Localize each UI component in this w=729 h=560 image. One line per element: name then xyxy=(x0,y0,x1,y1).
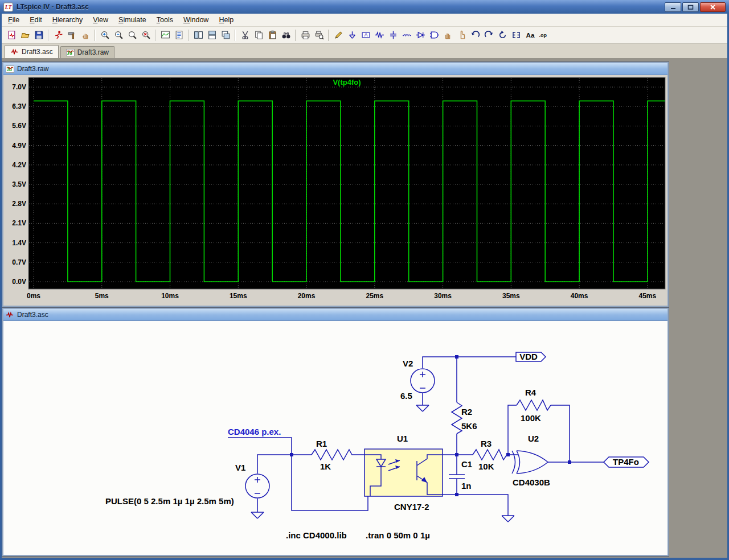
maximize-button[interactable] xyxy=(682,2,699,12)
u2-value[interactable]: CD4030B xyxy=(513,477,550,487)
waveform-window-titlebar[interactable]: Draft3.raw xyxy=(3,63,667,75)
u1-name[interactable]: U1 xyxy=(397,434,408,443)
capacitor-button[interactable] xyxy=(386,28,400,42)
menu-file[interactable]: File xyxy=(3,14,24,26)
c1-value[interactable]: 1n xyxy=(461,481,472,491)
spice-directive-tran[interactable]: .tran 0 50m 0 1µ xyxy=(366,530,430,540)
resistor-r4-symbol[interactable] xyxy=(517,400,551,410)
r2-name[interactable]: R2 xyxy=(461,407,472,417)
v2-value[interactable]: 6.5 xyxy=(400,391,412,401)
junction-dot xyxy=(568,460,571,464)
autorange-button[interactable] xyxy=(158,28,172,42)
r1-name[interactable]: R1 xyxy=(316,439,327,448)
schematic-canvas[interactable]: CD4046 p.ex. V1 PULSE(0 5 2.5m 1µ 1µ 2.5… xyxy=(3,321,667,555)
r3-name[interactable]: R3 xyxy=(481,439,492,448)
x-tick-label: 30ms xyxy=(434,292,452,300)
schematic-window-title: Draft3.asc xyxy=(17,311,48,319)
v1-value[interactable]: PULSE(0 5 2.5m 1µ 1µ 2.5m 5m) xyxy=(105,496,234,506)
wire[interactable] xyxy=(443,495,508,516)
drag-button[interactable] xyxy=(454,28,468,42)
resistor-r3-symbol[interactable] xyxy=(473,450,507,460)
waveform-plot-area[interactable]: 7.0V6.3V5.6V4.9V4.2V3.5V2.8V2.1V1.4V0.7V… xyxy=(3,75,667,306)
y-tick-label: 4.9V xyxy=(12,142,26,150)
wire[interactable] xyxy=(423,357,516,368)
zoom-full-extents-button[interactable] xyxy=(139,28,153,42)
wire[interactable] xyxy=(508,405,517,455)
zoom-out-button[interactable] xyxy=(112,28,125,42)
paste-icon xyxy=(268,30,277,40)
label-net-button[interactable]: A xyxy=(359,28,372,42)
menu-tools[interactable]: Tools xyxy=(151,14,178,26)
c1-name[interactable]: C1 xyxy=(461,459,472,469)
new-schematic-button[interactable] xyxy=(5,28,18,42)
menu-view[interactable]: View xyxy=(88,14,113,26)
rotate-button[interactable] xyxy=(495,28,509,42)
pan-button[interactable] xyxy=(79,28,92,42)
undo-button[interactable] xyxy=(468,28,482,42)
tab-draft3-raw[interactable]: Draft3.raw xyxy=(60,46,114,58)
control-panel-button[interactable] xyxy=(65,28,79,42)
zoom-previous-button[interactable] xyxy=(125,28,139,42)
optocoupler-u1-symbol[interactable] xyxy=(364,449,443,496)
menu-simulate[interactable]: Simulate xyxy=(113,14,151,26)
schematic-window-titlebar[interactable]: Draft3.asc xyxy=(3,309,667,321)
save-button[interactable] xyxy=(32,28,46,42)
r3-value[interactable]: 10K xyxy=(478,462,494,471)
resistor-r2-symbol[interactable] xyxy=(452,402,462,434)
junction-dot xyxy=(455,355,458,359)
wire[interactable] xyxy=(228,438,368,510)
ground-button[interactable] xyxy=(345,28,359,42)
component-button[interactable] xyxy=(427,28,441,42)
u1-value[interactable]: CNY17-2 xyxy=(394,502,429,512)
comment-text[interactable]: CD4046 p.ex. xyxy=(228,427,281,437)
menu-window[interactable]: Window xyxy=(178,14,214,26)
trace-name-label[interactable]: V(tp4fo) xyxy=(333,78,361,87)
capacitor-c1-symbol[interactable] xyxy=(449,475,465,479)
menu-help[interactable]: Help xyxy=(214,14,239,26)
tab-draft3-asc[interactable]: Draft3.asc xyxy=(5,45,59,58)
xor-gate-body[interactable] xyxy=(517,451,548,473)
r4-name[interactable]: R4 xyxy=(525,388,536,397)
spice-directive-button[interactable]: .op xyxy=(536,28,550,42)
diode-button[interactable] xyxy=(413,28,427,42)
cut-button[interactable] xyxy=(238,28,252,42)
minimize-button[interactable] xyxy=(665,2,681,12)
spice-netlist-button[interactable] xyxy=(172,28,186,42)
resistor-button[interactable] xyxy=(372,28,386,42)
run-button[interactable] xyxy=(51,28,65,42)
text-icon: Aa xyxy=(525,30,535,40)
v1-name[interactable]: V1 xyxy=(235,463,245,472)
spice-directive-inc[interactable]: .inc CD4000.lib xyxy=(286,530,347,540)
wire-button[interactable] xyxy=(331,28,345,42)
menu-hierarchy[interactable]: Hierarchy xyxy=(47,14,88,26)
redo-button[interactable] xyxy=(482,28,495,42)
ground-symbol[interactable] xyxy=(416,405,429,411)
mirror-button[interactable] xyxy=(509,28,523,42)
move-button[interactable] xyxy=(441,28,454,42)
find-button[interactable] xyxy=(279,28,293,42)
menu-edit[interactable]: Edit xyxy=(24,14,47,26)
xor-gate-input-arc[interactable] xyxy=(512,451,515,473)
inductor-button[interactable] xyxy=(400,28,413,42)
tile-vertical-button[interactable] xyxy=(191,28,205,42)
r2-value[interactable]: 5K6 xyxy=(461,421,477,431)
open-button[interactable] xyxy=(18,28,32,42)
print-button[interactable] xyxy=(298,28,312,42)
r4-value[interactable]: 100K xyxy=(521,413,541,423)
u2-name[interactable]: U2 xyxy=(528,434,539,443)
copy-button[interactable] xyxy=(252,28,265,42)
close-button[interactable] xyxy=(700,2,726,12)
zoom-in-button[interactable] xyxy=(98,28,112,42)
r1-value[interactable]: 1K xyxy=(320,462,331,471)
wire[interactable] xyxy=(257,455,312,473)
cascade-button[interactable] xyxy=(219,28,232,42)
ground-symbol[interactable] xyxy=(502,516,514,522)
text-button[interactable]: Aa xyxy=(523,28,536,42)
ground-symbol[interactable] xyxy=(251,512,264,518)
paste-button[interactable] xyxy=(265,28,279,42)
resistor-r1-symbol[interactable] xyxy=(312,450,354,460)
v2-name[interactable]: V2 xyxy=(403,359,413,368)
print-preview-button[interactable] xyxy=(312,28,326,42)
tile-horizontal-button[interactable] xyxy=(205,28,219,42)
wire[interactable] xyxy=(551,405,570,462)
